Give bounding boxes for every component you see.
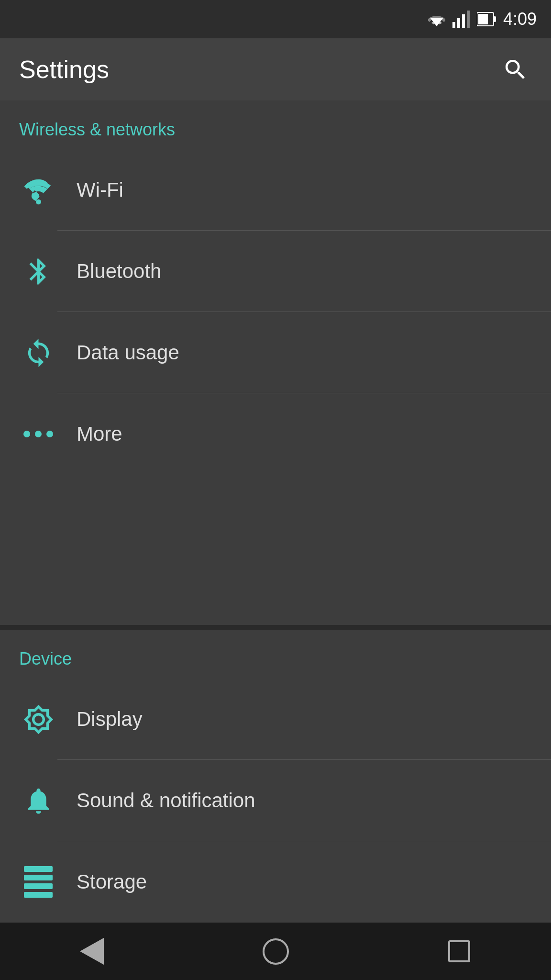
display-item[interactable]: Display: [0, 679, 551, 760]
svg-rect-1: [452, 22, 455, 28]
svg-rect-4: [467, 11, 470, 28]
status-time: 4:09: [503, 9, 537, 29]
status-bar: 4:09: [0, 0, 551, 38]
app-title: Settings: [19, 55, 109, 84]
sound-item[interactable]: Sound & notification: [0, 760, 551, 841]
battery-status-icon: [477, 11, 496, 28]
data-usage-icon: [19, 334, 57, 372]
wireless-section: Wireless & networks Wi-Fi Bluetooth Data…: [0, 100, 551, 625]
more-label: More: [77, 423, 122, 445]
wireless-section-header: Wireless & networks: [0, 100, 551, 149]
display-label: Display: [77, 708, 143, 731]
search-button[interactable]: [498, 53, 532, 86]
section-divider: [0, 625, 551, 630]
data-usage-item[interactable]: Data usage: [0, 312, 551, 393]
svg-point-8: [36, 199, 41, 204]
device-section-header: Device: [0, 630, 551, 679]
svg-rect-7: [478, 14, 488, 24]
signal-status-icon: [452, 11, 470, 28]
svg-rect-2: [457, 18, 460, 28]
app-bar: Settings: [0, 38, 551, 100]
svg-rect-6: [494, 16, 496, 22]
wifi-icon: [19, 171, 57, 209]
back-icon: [80, 938, 104, 965]
nav-home-button[interactable]: [252, 927, 299, 975]
wifi-status-icon: [428, 12, 445, 26]
wifi-item[interactable]: Wi-Fi: [0, 149, 551, 231]
bluetooth-label: Bluetooth: [77, 260, 161, 283]
device-section: Device Display Sound & notification: [0, 630, 551, 923]
wifi-label: Wi-Fi: [77, 178, 123, 201]
storage-label: Storage: [77, 870, 147, 893]
nav-recent-button[interactable]: [435, 927, 483, 975]
status-icons: 4:09: [428, 9, 537, 29]
nav-bar: [0, 923, 551, 980]
svg-rect-3: [462, 14, 465, 28]
storage-icon: [19, 863, 57, 901]
data-usage-label: Data usage: [77, 341, 179, 364]
display-icon: [19, 700, 57, 738]
storage-item[interactable]: Storage: [0, 841, 551, 923]
more-icon: [19, 415, 57, 453]
bluetooth-item[interactable]: Bluetooth: [0, 231, 551, 312]
home-icon: [263, 938, 289, 965]
sound-icon: [19, 781, 57, 820]
search-icon: [502, 56, 529, 83]
nav-back-button[interactable]: [68, 927, 116, 975]
bluetooth-icon: [19, 252, 57, 290]
more-item[interactable]: More: [0, 393, 551, 475]
recent-icon: [448, 940, 470, 962]
sound-label: Sound & notification: [77, 789, 255, 812]
